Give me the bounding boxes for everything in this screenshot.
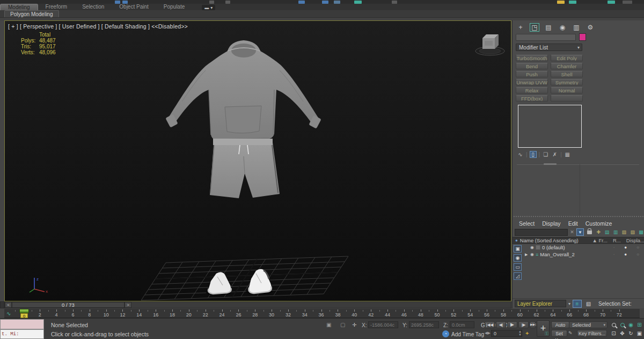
display-column-header[interactable]: Displa... bbox=[626, 237, 644, 243]
object-name-field[interactable] bbox=[516, 34, 576, 41]
menu-item[interactable]: Customize bbox=[586, 220, 612, 227]
track-bar[interactable]: ∿ 02468101214161820222426283032343638404… bbox=[4, 308, 640, 318]
pin-stack-icon[interactable]: ∿ bbox=[517, 152, 524, 157]
maximize-viewport-icon[interactable]: ▣ bbox=[635, 329, 643, 337]
zoom-region-icon[interactable]: ⊡ bbox=[610, 329, 618, 337]
frozen-column-header[interactable]: ▲ Fr... bbox=[592, 237, 607, 243]
modifier-button[interactable] bbox=[551, 95, 583, 102]
modifier-button[interactable]: FFD(box) bbox=[516, 95, 548, 102]
motion-tab-icon[interactable]: ◉ bbox=[558, 23, 567, 32]
modifier-button[interactable]: Shell bbox=[551, 71, 583, 77]
selection-lock-icon[interactable]: ▢ bbox=[340, 322, 345, 328]
display-helpers-icon[interactable]: ◿ bbox=[514, 272, 522, 280]
display-toggle-icon[interactable]: ○ bbox=[636, 252, 639, 257]
key-mode-toggle-icon[interactable]: ◀▶ bbox=[485, 331, 491, 335]
eye-icon[interactable]: ◉ bbox=[530, 245, 534, 250]
renderable-icon[interactable]: ● bbox=[624, 252, 627, 257]
modify-tab-icon[interactable]: ◳ bbox=[530, 23, 539, 32]
frozen-toggle-icon[interactable]: · bbox=[613, 245, 615, 250]
display-cameras-icon[interactable]: ▭ bbox=[514, 263, 522, 271]
layer-view-button[interactable]: ≡ bbox=[573, 300, 582, 308]
groups-icon[interactable]: ▥ bbox=[612, 229, 619, 235]
next-key-button[interactable]: |▶ bbox=[518, 321, 529, 328]
z-coordinate-field[interactable]: 0.0cm bbox=[450, 321, 474, 328]
filter-funnel-icon[interactable]: ▼ bbox=[576, 228, 584, 236]
listener-macro-pane[interactable] bbox=[0, 319, 44, 329]
ribbon-tab-modeling[interactable]: Modeling bbox=[0, 4, 38, 10]
zoom-all-icon[interactable] bbox=[618, 321, 626, 329]
selection-set-dropdown[interactable]: Selected ▾ bbox=[569, 321, 608, 328]
display-objects-icon[interactable]: ▣ bbox=[514, 245, 522, 253]
time-slider[interactable]: < 0 / 73 > bbox=[4, 301, 511, 308]
absolute-mode-icon[interactable]: ✛ bbox=[352, 322, 356, 328]
key-filters-button[interactable]: Key Filters... bbox=[577, 330, 607, 337]
scene-search-input[interactable] bbox=[515, 229, 568, 236]
orbit-icon[interactable]: ↻ bbox=[627, 329, 635, 337]
modifier-button[interactable]: Normal bbox=[551, 87, 583, 93]
utilities-tab-icon[interactable]: ⚙ bbox=[586, 23, 595, 32]
clear-search-icon[interactable]: ✕ bbox=[569, 229, 575, 235]
display-toggle-icon[interactable]: ○ bbox=[636, 245, 639, 250]
layer-row[interactable]: ◉ 0 (default) · ● ○ bbox=[523, 244, 644, 251]
display-lights-icon[interactable]: ◉ bbox=[514, 254, 522, 262]
name-column-header[interactable]: Name (Sorted Ascending) bbox=[520, 237, 579, 243]
next-frame-button[interactable]: > bbox=[125, 302, 131, 308]
object-row[interactable]: ▶ ◉ ≡ Man_Overall_2 · ● ○ bbox=[523, 251, 644, 258]
layers-icon[interactable]: ▤ bbox=[604, 229, 611, 235]
auto-key-button[interactable]: Auto Key bbox=[551, 321, 569, 328]
zoom-extents-icon[interactable]: ◉ bbox=[627, 321, 635, 329]
go-to-end-button[interactable]: ▶▶| bbox=[530, 321, 536, 328]
chevron-down-icon[interactable]: ▾ bbox=[568, 301, 570, 306]
modifier-button[interactable]: Symmetry bbox=[551, 79, 583, 85]
create-tab-icon[interactable]: + bbox=[516, 23, 525, 32]
modifier-stack-box[interactable] bbox=[518, 105, 582, 148]
modifier-button[interactable]: Relax bbox=[516, 87, 548, 93]
frozen-toggle-icon[interactable]: · bbox=[613, 252, 615, 257]
time-slider-handle[interactable]: 0 bbox=[19, 309, 30, 319]
add-time-tag-label[interactable]: Add Time Tag bbox=[451, 331, 484, 337]
polygon-modeling-panel-tab[interactable]: Polygon Modeling bbox=[4, 10, 59, 17]
key-mode-icon[interactable]: ✦ bbox=[525, 330, 529, 336]
rollout-grip[interactable] bbox=[544, 163, 557, 165]
object-color-swatch[interactable] bbox=[579, 33, 586, 41]
ribbon-tab-selection[interactable]: Selection bbox=[75, 4, 112, 10]
frame-spinner[interactable]: ▲ ▼ bbox=[518, 330, 522, 337]
expand-icon[interactable]: ▶ bbox=[525, 253, 529, 257]
hierarchy-tab-icon[interactable]: ▤ bbox=[544, 23, 553, 32]
zoom-extents-all-icon[interactable]: ⊞ bbox=[635, 321, 643, 329]
layer-name[interactable]: 0 (default) bbox=[542, 244, 565, 250]
object-name[interactable]: Man_Overall_2 bbox=[540, 251, 574, 257]
display-tab-icon[interactable]: ▥ bbox=[572, 23, 581, 32]
show-end-result-icon[interactable]: ▯ bbox=[530, 151, 537, 158]
renderable-icon[interactable]: ● bbox=[624, 245, 627, 250]
viewport-label[interactable]: [ + ] [ Perspective ] [ User Defined ] [… bbox=[8, 23, 188, 30]
set-keys-button[interactable]: + ⚿ bbox=[537, 320, 550, 337]
ribbon-tab-object-paint[interactable]: Object Paint bbox=[112, 4, 156, 10]
remove-modifier-icon[interactable]: ✗ bbox=[551, 152, 558, 157]
children-icon[interactable]: ▩ bbox=[638, 229, 644, 235]
viewcube[interactable] bbox=[473, 31, 507, 56]
modifier-button[interactable]: Bend bbox=[516, 63, 548, 69]
modifier-button[interactable]: Unwrap UVW bbox=[516, 79, 548, 85]
slider-grip[interactable] bbox=[19, 309, 29, 313]
containers-icon[interactable]: ▧ bbox=[620, 229, 627, 235]
lock-icon[interactable] bbox=[587, 230, 592, 234]
key-filter-icon[interactable]: ✎ bbox=[568, 330, 573, 336]
time-tag-icon[interactable]: ◔ bbox=[442, 330, 449, 337]
modifier-button[interactable]: Chamfer bbox=[551, 63, 583, 69]
menu-item[interactable]: Edit bbox=[568, 220, 578, 227]
modifier-button[interactable]: TurboSmooth bbox=[516, 55, 548, 61]
maxscript-mini-listener[interactable]: t. Mi: bbox=[0, 319, 44, 339]
modifier-list-dropdown[interactable]: Modifier List ▾ bbox=[516, 44, 582, 51]
zoom-icon[interactable] bbox=[610, 321, 618, 329]
pan-icon[interactable]: ✥ bbox=[618, 329, 626, 337]
spinner-down-icon[interactable]: ▼ bbox=[518, 333, 522, 336]
listener-script-pane[interactable]: t. Mi: bbox=[0, 329, 44, 339]
ribbon-display-toggle-button[interactable]: ▬ ▾ bbox=[202, 5, 215, 10]
menu-item[interactable]: Select bbox=[519, 220, 535, 227]
ribbon-tab-freeform[interactable]: Freeform bbox=[38, 4, 75, 10]
previous-frame-button[interactable]: < bbox=[5, 302, 12, 308]
xref-icon[interactable]: ▨ bbox=[629, 229, 636, 235]
make-unique-icon[interactable]: ❏ bbox=[542, 152, 549, 157]
go-to-start-button[interactable]: |◀◀ bbox=[485, 321, 495, 328]
